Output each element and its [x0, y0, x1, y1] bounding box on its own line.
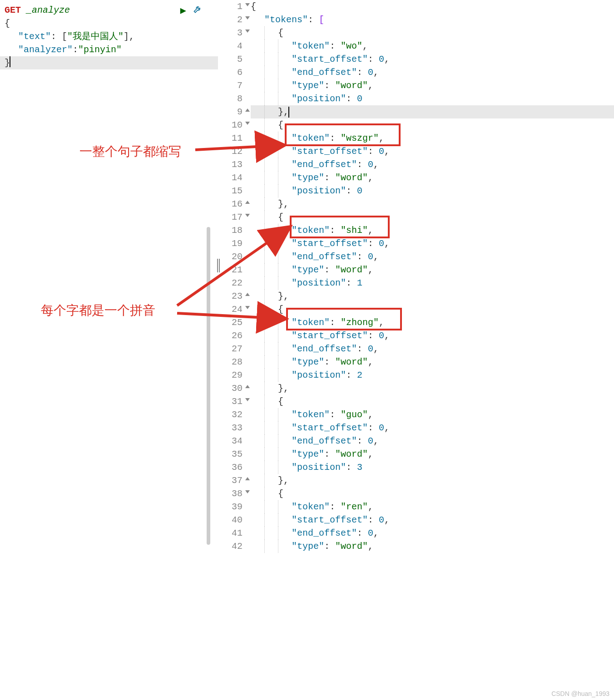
response-line[interactable]: 17{	[218, 211, 614, 224]
line-number: 28	[218, 355, 251, 369]
endpoint: _analyze	[26, 4, 70, 17]
line-number: 14	[218, 171, 251, 184]
response-line[interactable]: 32"token": "guo",	[218, 408, 614, 421]
response-line[interactable]: 10{	[218, 118, 614, 132]
response-line[interactable]: 25"token": "zhong",	[218, 316, 614, 329]
response-line[interactable]: 38{	[218, 487, 614, 500]
response-line[interactable]: 13"end_offset": 0,	[218, 158, 614, 171]
response-line[interactable]: 36"position": 3	[218, 461, 614, 474]
response-line[interactable]: 18"token": "shi",	[218, 224, 614, 237]
fold-icon[interactable]	[245, 108, 250, 112]
play-icon[interactable]: ▶	[180, 5, 186, 17]
line-number: 10	[218, 118, 251, 132]
response-line[interactable]: 12"start_offset": 0,	[218, 145, 614, 158]
response-line[interactable]: 29"position": 2	[218, 369, 614, 382]
response-line[interactable]: 1{	[218, 0, 614, 13]
fold-icon[interactable]	[245, 490, 250, 493]
line-number: 18	[218, 224, 251, 237]
request-editor[interactable]: ▶ GET _analyze {"text": ["我是中国人"],"analy…	[0, 0, 218, 700]
request-body-line[interactable]: {	[0, 17, 218, 30]
line-number: 38	[218, 487, 251, 500]
line-number: 5	[218, 53, 251, 66]
fold-icon[interactable]	[245, 16, 250, 20]
line-number: 21	[218, 263, 251, 276]
response-line[interactable]: 26"start_offset": 0,	[218, 329, 614, 342]
response-line[interactable]: 22"position": 1	[218, 276, 614, 290]
response-line[interactable]: 41"end_offset": 0,	[218, 527, 614, 540]
response-line[interactable]: 4"token": "wo",	[218, 39, 614, 53]
watermark: CSDN @huan_1993	[551, 690, 609, 697]
response-line[interactable]: 3{	[218, 26, 614, 39]
response-line[interactable]: 31{	[218, 395, 614, 408]
scrollbar-thumb[interactable]	[207, 227, 210, 545]
response-line[interactable]: 28"type": "word",	[218, 355, 614, 369]
response-line[interactable]: 5"start_offset": 0,	[218, 53, 614, 66]
line-number: 9	[218, 105, 251, 118]
http-method: GET	[5, 4, 21, 17]
line-number: 3	[218, 26, 251, 39]
wrench-icon[interactable]	[193, 5, 202, 17]
line-number: 39	[218, 500, 251, 513]
line-number: 33	[218, 421, 251, 434]
response-line[interactable]: 35"type": "word",	[218, 448, 614, 461]
fold-icon[interactable]	[245, 122, 250, 125]
line-number: 6	[218, 66, 251, 79]
line-number: 7	[218, 79, 251, 92]
line-number: 36	[218, 461, 251, 474]
annotation-pinyin: 每个字都是一个拼音	[41, 302, 155, 319]
response-line[interactable]: 14"type": "word",	[218, 171, 614, 184]
line-number: 41	[218, 527, 251, 540]
response-line[interactable]: 6"end_offset": 0,	[218, 66, 614, 79]
line-number: 32	[218, 408, 251, 421]
fold-icon[interactable]	[245, 293, 250, 296]
response-line[interactable]: 30},	[218, 382, 614, 395]
response-line[interactable]: 9},	[218, 105, 614, 118]
fold-icon[interactable]	[245, 477, 250, 480]
splitter-handle[interactable]	[217, 259, 220, 272]
line-number: 31	[218, 395, 251, 408]
response-line[interactable]: 24{	[218, 303, 614, 316]
request-body-line[interactable]: "analyzer": "pinyin"	[0, 43, 218, 56]
response-line[interactable]: 42"type": "word",	[218, 540, 614, 553]
response-line[interactable]: 11"token": "wszgr",	[218, 132, 614, 145]
line-number: 17	[218, 211, 251, 224]
line-number: 26	[218, 329, 251, 342]
line-number: 24	[218, 303, 251, 316]
response-line[interactable]: 21"type": "word",	[218, 263, 614, 276]
response-line[interactable]: 15"position": 0	[218, 184, 614, 197]
response-viewer[interactable]: 1{2"tokens": [3{4"token": "wo",5"start_o…	[218, 0, 614, 700]
annotation-abbrev: 一整个句子都缩写	[79, 143, 181, 160]
request-body-line[interactable]: }	[0, 56, 218, 69]
response-line[interactable]: 34"end_offset": 0,	[218, 434, 614, 448]
line-number: 37	[218, 474, 251, 487]
line-number: 27	[218, 342, 251, 355]
response-line[interactable]: 8"position": 0	[218, 92, 614, 105]
line-number: 11	[218, 132, 251, 145]
line-number: 30	[218, 382, 251, 395]
response-line[interactable]: 7"type": "word",	[218, 79, 614, 92]
line-number: 22	[218, 276, 251, 290]
line-number: 29	[218, 369, 251, 382]
response-line[interactable]: 39"token": "ren",	[218, 500, 614, 513]
response-line[interactable]: 16},	[218, 197, 614, 211]
line-number: 1	[218, 0, 251, 13]
response-line[interactable]: 33"start_offset": 0,	[218, 421, 614, 434]
response-line[interactable]: 37},	[218, 474, 614, 487]
fold-icon[interactable]	[245, 214, 250, 217]
response-line[interactable]: 23},	[218, 290, 614, 303]
response-line[interactable]: 27"end_offset": 0,	[218, 342, 614, 355]
line-number: 8	[218, 92, 251, 105]
fold-icon[interactable]	[245, 201, 250, 204]
response-line[interactable]: 2"tokens": [	[218, 13, 614, 26]
fold-icon[interactable]	[245, 30, 250, 33]
fold-icon[interactable]	[245, 398, 250, 401]
request-body-line[interactable]: "text": ["我是中国人"],	[0, 30, 218, 43]
response-line[interactable]: 19"start_offset": 0,	[218, 237, 614, 250]
response-line[interactable]: 20"end_offset": 0,	[218, 250, 614, 263]
fold-icon[interactable]	[245, 306, 250, 309]
fold-icon[interactable]	[245, 3, 250, 6]
line-number: 23	[218, 290, 251, 303]
response-line[interactable]: 40"start_offset": 0,	[218, 513, 614, 527]
line-number: 25	[218, 316, 251, 329]
fold-icon[interactable]	[245, 385, 250, 388]
